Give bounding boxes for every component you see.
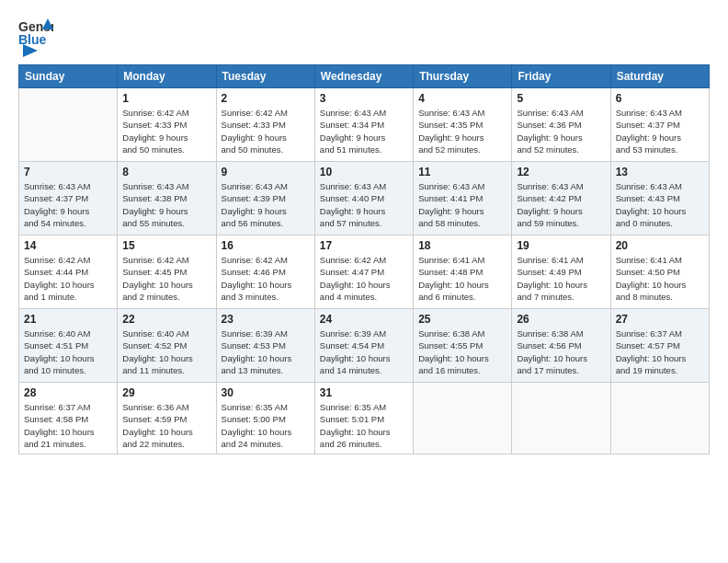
day-number: 1 [122, 92, 210, 105]
day-info: Sunrise: 6:42 AMSunset: 4:46 PMDaylight:… [222, 254, 310, 303]
day-info: Sunrise: 6:39 AMSunset: 4:54 PMDaylight:… [320, 327, 408, 376]
day-number: 9 [222, 166, 310, 178]
day-info: Sunrise: 6:43 AMSunset: 4:36 PMDaylight:… [517, 107, 605, 155]
calendar-cell: 31Sunrise: 6:35 AMSunset: 5:01 PMDayligh… [314, 383, 413, 454]
calendar-cell: 20Sunrise: 6:41 AMSunset: 4:50 PMDayligh… [610, 236, 709, 309]
day-info: Sunrise: 6:42 AMSunset: 4:44 PMDaylight:… [24, 254, 112, 303]
calendar-day-header: Sunday [19, 65, 118, 88]
day-info: Sunrise: 6:43 AMSunset: 4:43 PMDaylight:… [616, 180, 704, 229]
logo: General Blue [18, 17, 53, 57]
logo-icon: General Blue [18, 17, 53, 46]
day-info: Sunrise: 6:42 AMSunset: 4:45 PMDaylight:… [122, 254, 210, 303]
calendar-cell [610, 383, 709, 454]
day-number: 27 [616, 313, 704, 326]
day-number: 19 [517, 239, 605, 252]
calendar-cell [19, 88, 118, 162]
day-number: 28 [24, 386, 112, 399]
day-number: 29 [122, 386, 210, 399]
calendar-cell: 27Sunrise: 6:37 AMSunset: 4:57 PMDayligh… [610, 309, 709, 383]
day-info: Sunrise: 6:38 AMSunset: 4:55 PMDaylight:… [418, 327, 506, 376]
day-number: 7 [24, 166, 112, 178]
day-number: 8 [122, 166, 210, 178]
day-info: Sunrise: 6:38 AMSunset: 4:56 PMDaylight:… [517, 327, 605, 376]
calendar-day-header: Monday [118, 65, 216, 88]
svg-marker-3 [23, 44, 38, 57]
day-number: 23 [222, 313, 310, 326]
calendar-cell: 14Sunrise: 6:42 AMSunset: 4:44 PMDayligh… [19, 236, 118, 309]
day-number: 14 [24, 239, 112, 252]
calendar-cell: 11Sunrise: 6:43 AMSunset: 4:41 PMDayligh… [414, 162, 512, 236]
calendar-day-header: Thursday [414, 65, 512, 88]
calendar-cell: 29Sunrise: 6:36 AMSunset: 4:59 PMDayligh… [118, 383, 216, 454]
day-info: Sunrise: 6:36 AMSunset: 4:59 PMDaylight:… [122, 401, 210, 450]
calendar-cell: 25Sunrise: 6:38 AMSunset: 4:55 PMDayligh… [414, 309, 512, 383]
page: General Blue SundayMondayTuesdayWednesda… [0, 0, 728, 563]
calendar-cell: 22Sunrise: 6:40 AMSunset: 4:52 PMDayligh… [118, 309, 216, 383]
calendar-cell: 3Sunrise: 6:43 AMSunset: 4:34 PMDaylight… [314, 88, 413, 162]
calendar-cell [414, 383, 512, 454]
day-info: Sunrise: 6:43 AMSunset: 4:37 PMDaylight:… [616, 107, 704, 155]
calendar-day-header: Saturday [610, 65, 709, 88]
day-number: 11 [418, 166, 506, 178]
day-info: Sunrise: 6:37 AMSunset: 4:58 PMDaylight:… [24, 401, 112, 450]
day-number: 10 [320, 166, 408, 178]
calendar-cell: 5Sunrise: 6:43 AMSunset: 4:36 PMDaylight… [512, 88, 610, 162]
day-number: 5 [517, 92, 605, 105]
calendar-cell: 4Sunrise: 6:43 AMSunset: 4:35 PMDaylight… [414, 88, 512, 162]
calendar-table: SundayMondayTuesdayWednesdayThursdayFrid… [18, 64, 710, 454]
calendar-week-row: 1Sunrise: 6:42 AMSunset: 4:33 PMDaylight… [19, 88, 710, 162]
day-info: Sunrise: 6:37 AMSunset: 4:57 PMDaylight:… [616, 327, 704, 376]
calendar-cell [512, 383, 610, 454]
day-info: Sunrise: 6:43 AMSunset: 4:35 PMDaylight:… [418, 107, 506, 155]
day-number: 22 [122, 313, 210, 326]
day-info: Sunrise: 6:40 AMSunset: 4:51 PMDaylight:… [24, 327, 112, 376]
header: General Blue [18, 17, 710, 57]
day-info: Sunrise: 6:40 AMSunset: 4:52 PMDaylight:… [122, 327, 210, 376]
day-info: Sunrise: 6:35 AMSunset: 5:00 PMDaylight:… [222, 401, 310, 450]
calendar-cell: 8Sunrise: 6:43 AMSunset: 4:38 PMDaylight… [118, 162, 216, 236]
day-number: 20 [616, 239, 704, 252]
day-number: 4 [418, 92, 506, 105]
day-number: 21 [24, 313, 112, 326]
calendar-day-header: Friday [512, 65, 610, 88]
calendar-cell: 6Sunrise: 6:43 AMSunset: 4:37 PMDaylight… [610, 88, 709, 162]
day-number: 30 [222, 386, 310, 399]
calendar-cell: 7Sunrise: 6:43 AMSunset: 4:37 PMDaylight… [19, 162, 118, 236]
day-info: Sunrise: 6:42 AMSunset: 4:33 PMDaylight:… [122, 107, 210, 155]
day-info: Sunrise: 6:43 AMSunset: 4:41 PMDaylight:… [418, 180, 506, 229]
calendar-cell: 30Sunrise: 6:35 AMSunset: 5:00 PMDayligh… [216, 383, 314, 454]
day-info: Sunrise: 6:43 AMSunset: 4:38 PMDaylight:… [122, 180, 210, 229]
day-number: 13 [616, 166, 704, 178]
day-info: Sunrise: 6:39 AMSunset: 4:53 PMDaylight:… [222, 327, 310, 376]
calendar-week-row: 7Sunrise: 6:43 AMSunset: 4:37 PMDaylight… [19, 162, 710, 236]
calendar-cell: 15Sunrise: 6:42 AMSunset: 4:45 PMDayligh… [118, 236, 216, 309]
calendar-cell: 1Sunrise: 6:42 AMSunset: 4:33 PMDaylight… [118, 88, 216, 162]
day-info: Sunrise: 6:42 AMSunset: 4:47 PMDaylight:… [320, 254, 408, 303]
day-info: Sunrise: 6:43 AMSunset: 4:37 PMDaylight:… [24, 180, 112, 229]
day-number: 25 [418, 313, 506, 326]
day-info: Sunrise: 6:35 AMSunset: 5:01 PMDaylight:… [320, 401, 408, 450]
day-number: 3 [320, 92, 408, 105]
day-number: 6 [616, 92, 704, 105]
day-info: Sunrise: 6:43 AMSunset: 4:39 PMDaylight:… [222, 180, 310, 229]
calendar-header-row: SundayMondayTuesdayWednesdayThursdayFrid… [19, 65, 710, 88]
calendar-cell: 13Sunrise: 6:43 AMSunset: 4:43 PMDayligh… [610, 162, 709, 236]
calendar-cell: 18Sunrise: 6:41 AMSunset: 4:48 PMDayligh… [414, 236, 512, 309]
day-number: 31 [320, 386, 408, 399]
calendar-cell: 19Sunrise: 6:41 AMSunset: 4:49 PMDayligh… [512, 236, 610, 309]
day-info: Sunrise: 6:43 AMSunset: 4:42 PMDaylight:… [517, 180, 605, 229]
calendar-cell: 9Sunrise: 6:43 AMSunset: 4:39 PMDaylight… [216, 162, 314, 236]
calendar-cell: 16Sunrise: 6:42 AMSunset: 4:46 PMDayligh… [216, 236, 314, 309]
calendar-week-row: 21Sunrise: 6:40 AMSunset: 4:51 PMDayligh… [19, 309, 710, 383]
day-info: Sunrise: 6:43 AMSunset: 4:34 PMDaylight:… [320, 107, 408, 155]
day-number: 12 [517, 166, 605, 178]
calendar-week-row: 28Sunrise: 6:37 AMSunset: 4:58 PMDayligh… [19, 383, 710, 454]
day-info: Sunrise: 6:41 AMSunset: 4:50 PMDaylight:… [616, 254, 704, 303]
calendar-cell: 28Sunrise: 6:37 AMSunset: 4:58 PMDayligh… [19, 383, 118, 454]
calendar-cell: 23Sunrise: 6:39 AMSunset: 4:53 PMDayligh… [216, 309, 314, 383]
calendar-cell: 10Sunrise: 6:43 AMSunset: 4:40 PMDayligh… [314, 162, 413, 236]
day-info: Sunrise: 6:41 AMSunset: 4:48 PMDaylight:… [418, 254, 506, 303]
calendar-cell: 26Sunrise: 6:38 AMSunset: 4:56 PMDayligh… [512, 309, 610, 383]
day-info: Sunrise: 6:43 AMSunset: 4:40 PMDaylight:… [320, 180, 408, 229]
calendar-cell: 24Sunrise: 6:39 AMSunset: 4:54 PMDayligh… [314, 309, 413, 383]
